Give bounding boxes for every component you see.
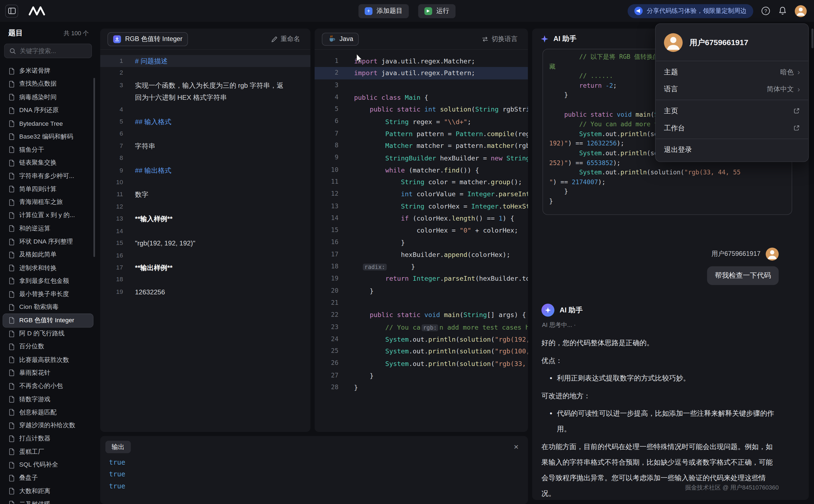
sidebar-item[interactable]: 阿 D 的飞行路线 <box>3 327 93 340</box>
code-line[interactable]: 7 Pattern pattern = Pattern.compile(rege… <box>315 128 528 140</box>
code-line[interactable]: 8 Matcher matcher = pattern.matcher(rgbS… <box>315 140 528 152</box>
sidebar-item[interactable]: 链表聚集交换 <box>3 156 93 169</box>
code-line[interactable]: 17 hexBuilder.append(colorHex); <box>315 248 528 260</box>
menu-item-theme[interactable]: 主题 暗色› <box>656 63 808 81</box>
markdown-line[interactable]: 1# 问题描述 <box>100 55 311 67</box>
code-line[interactable]: 14 if (colorHex.length() == 1) { <box>315 212 528 224</box>
add-problem-button[interactable]: + 添加题目 <box>358 4 409 18</box>
code-line[interactable]: 3 <box>315 79 528 91</box>
sidebar-scrollbar[interactable] <box>93 78 95 257</box>
code-line[interactable]: 16 } <box>315 236 528 248</box>
sidebar-item[interactable]: 进制求和转换 <box>3 261 93 274</box>
help-button[interactable]: ? <box>761 6 770 16</box>
problem-title-chip[interactable]: RGB 色值转 Integer <box>107 32 188 46</box>
sidebar-item[interactable]: 穿越沙漠的补给次数 <box>3 419 93 432</box>
code-line[interactable]: 23 // You cargb:n add more test cases he… <box>315 321 528 333</box>
code-line[interactable]: 19 return Integer.parseInt(hexBuilder.to… <box>315 273 528 285</box>
code-line[interactable]: 18 radix: } <box>315 260 528 272</box>
markdown-line[interactable]: 14 <box>100 225 311 237</box>
sidebar-item[interactable]: 创意标题匹配 <box>3 406 93 419</box>
markdown-line[interactable]: 5## 输入格式 <box>100 116 311 128</box>
markdown-line[interactable]: 2 <box>100 67 311 79</box>
search-input[interactable]: 关键字搜索... <box>4 44 92 58</box>
close-output-button[interactable]: × <box>512 443 521 451</box>
markdown-line[interactable]: 13**输入样例** <box>100 213 311 225</box>
code-line[interactable]: 11 String color = matcher.group(); <box>315 176 528 188</box>
rename-button[interactable]: 重命名 <box>268 34 303 44</box>
markdown-line[interactable]: 12 <box>100 201 311 213</box>
sidebar-item[interactable]: 蛋糕工厂 <box>3 445 93 458</box>
promo-banner[interactable]: 分享代码练习体验，领限量定制周边 <box>628 4 753 18</box>
sidebar-item[interactable]: 查找热点数据 <box>3 78 93 91</box>
code-line[interactable]: 20 } <box>315 285 528 297</box>
markdown-line[interactable]: 10 <box>100 177 311 189</box>
sidebar-item[interactable]: 二叉树供暖 <box>3 498 93 504</box>
sidebar-item[interactable]: 青海湖租车之旅 <box>3 196 93 209</box>
code-line[interactable]: 28} <box>315 382 528 394</box>
sidebar-item[interactable]: 猫鱼分干 <box>3 143 93 156</box>
code-line[interactable]: 4public class Main { <box>315 91 528 103</box>
user-avatar[interactable] <box>795 5 807 17</box>
code-line[interactable]: 27 } <box>315 370 528 382</box>
code-line[interactable]: 5 public static int solution(String rgbS… <box>315 103 528 115</box>
run-button[interactable]: ▶ 运行 <box>418 4 456 18</box>
code-editor[interactable]: 1import java.util.regex.Matcher;2import … <box>315 50 528 394</box>
sidebar-item[interactable]: 最小替换子串长度 <box>3 288 93 301</box>
sidebar-item[interactable]: 比赛最高获胜次数 <box>3 353 93 366</box>
sidebar-item[interactable]: 打点计数器 <box>3 432 93 445</box>
code-line[interactable]: 15 colorHex = "0" + colorHex; <box>315 224 528 236</box>
language-chip[interactable]: Java <box>322 33 359 45</box>
code-line[interactable]: 10 while (matcher.find()) { <box>315 164 528 176</box>
markdown-line[interactable]: 17**输出样例** <box>100 262 311 274</box>
page-scrollbar[interactable] <box>811 28 813 48</box>
menu-item-logout[interactable]: 退出登录 <box>656 141 808 159</box>
sidebar-item[interactable]: 病毒感染时间 <box>3 91 93 104</box>
code-line[interactable]: 21 <box>315 297 528 309</box>
markdown-line[interactable]: 4 <box>100 104 311 116</box>
code-line[interactable]: 1import java.util.regex.Matcher; <box>315 55 528 67</box>
code-line[interactable]: 22 public static void main(String[] args… <box>315 309 528 321</box>
markdown-line[interactable]: 8 <box>100 152 311 164</box>
sidebar-item[interactable]: 不再贪心的小包 <box>3 380 93 393</box>
sidebar-toggle-button[interactable] <box>5 4 18 17</box>
markdown-line[interactable]: 1912632256 <box>100 286 311 298</box>
sidebar-item[interactable]: 大数和距离 <box>3 485 93 498</box>
markdown-line[interactable]: 3实现一个函数，输入为长度为三的 rgb 字符串，返回为十六进制 HEX 格式字… <box>100 79 311 104</box>
notifications-button[interactable] <box>778 6 787 16</box>
code-line[interactable]: 6 String regex = "\\d+"; <box>315 116 528 128</box>
sidebar-item[interactable]: 字符串有多少种可... <box>3 169 93 183</box>
sidebar-item[interactable]: 暴雨梨花针 <box>3 367 93 380</box>
markdown-line[interactable]: 9## 输出格式 <box>100 164 311 176</box>
markdown-line[interactable]: 7字符串 <box>100 140 311 152</box>
sidebar-item[interactable]: 百分位数 <box>3 340 93 353</box>
sidebar-item-selected[interactable]: RGB 色值转 Integer <box>3 314 93 327</box>
sidebar-item[interactable]: 及格如此简单 <box>3 248 93 261</box>
code-line[interactable]: 12 int colorValue = Integer.parseInt(col… <box>315 188 528 200</box>
markdown-line[interactable]: 18 <box>100 274 311 286</box>
sidebar-item[interactable]: 叠盘子 <box>3 471 93 485</box>
menu-item-language[interactable]: 语言 简体中文› <box>656 80 808 98</box>
sidebar-item[interactable]: 环状 DNA 序列整理 <box>3 235 93 248</box>
code-line[interactable]: 13 String colorHex = Integer.toHexString… <box>315 200 528 212</box>
switch-language-button[interactable]: 切换语言 <box>479 34 521 44</box>
code-line[interactable]: 26 System.out.println(solution("rgb(33, … <box>315 357 528 369</box>
code-line[interactable]: 25 System.out.println(solution("rgb(100,… <box>315 345 528 357</box>
menu-item-workspace[interactable]: 工作台 <box>656 119 808 137</box>
code-line[interactable]: 24 System.out.println(solution("rgb(192,… <box>315 333 528 345</box>
markdown-line[interactable]: 11数字 <box>100 189 311 201</box>
sidebar-item[interactable]: Base32 编码和解码 <box>3 130 93 143</box>
code-line[interactable]: 9 StringBuilder hexBuilder = new StringB… <box>315 152 528 164</box>
markdown-line[interactable]: 16 <box>100 250 311 262</box>
sidebar-item[interactable]: 和的逆运算 <box>3 222 93 235</box>
problem-description-editor[interactable]: 1# 问题描述23实现一个函数，输入为长度为三的 rgb 字符串，返回为十六进制… <box>100 50 311 298</box>
sidebar-item[interactable]: DNA 序列还原 <box>3 104 93 117</box>
code-line[interactable]: 2import java.util.regex.Pattern; <box>315 67 528 79</box>
sidebar-item[interactable]: 简单四则计算 <box>3 183 93 196</box>
sidebar-item[interactable]: Cion 勒索病毒 <box>3 301 93 314</box>
sidebar-item[interactable]: 计算位置 x 到 y 的... <box>3 209 93 222</box>
sidebar-item[interactable]: 猜数字游戏 <box>3 393 93 406</box>
sidebar-item[interactable]: 拿到最多红包金额 <box>3 274 93 288</box>
sidebar-item[interactable]: 多米诺骨牌 <box>3 65 93 78</box>
app-logo[interactable] <box>28 6 46 16</box>
markdown-line[interactable]: 6 <box>100 128 311 140</box>
